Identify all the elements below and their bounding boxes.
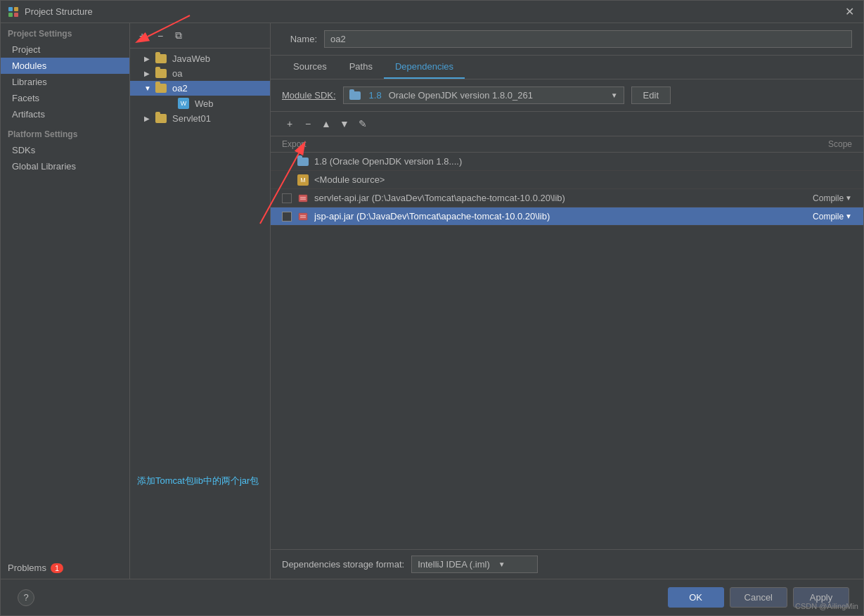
deps-add-button[interactable]: + xyxy=(282,116,297,131)
sdk-dropdown[interactable]: 1.8 Oracle OpenJDK version 1.8.0_261 ▼ xyxy=(343,86,624,104)
sdk-chevron-icon: ▼ xyxy=(611,91,618,99)
modules-tree: ▶ JavaWeb ▶ oa ▼ oa2 xyxy=(130,49,270,579)
deps-down-button[interactable]: ▼ xyxy=(337,116,352,131)
tree-toolbar: + − ⧉ xyxy=(130,23,270,49)
deps-row-servlet-api[interactable]: servlet-api.jar (D:\JavaDev\Tomcat\apach… xyxy=(271,189,863,207)
deps-scope-servlet: Compile ▼ xyxy=(813,193,852,203)
folder-icon-javaweb xyxy=(155,54,167,63)
svg-rect-0 xyxy=(8,7,13,11)
sdk-label[interactable]: Module SDK: xyxy=(282,90,336,101)
deps-header-scope: Scope xyxy=(782,139,852,149)
tree-item-oa[interactable]: ▶ oa xyxy=(130,66,270,81)
tree-label-oa2: oa2 xyxy=(172,83,188,94)
sidebar-item-artifacts[interactable]: Artifacts xyxy=(1,106,129,122)
deps-checkbox-jsp[interactable] xyxy=(282,212,292,222)
tree-item-javaweb[interactable]: ▶ JavaWeb xyxy=(130,51,270,66)
deps-icon-jsp-api xyxy=(297,211,309,222)
svg-rect-8 xyxy=(300,215,306,217)
jar-icon-jsp xyxy=(297,211,309,222)
deps-name-jdk: 1.8 (Oracle OpenJDK version 1.8....) xyxy=(314,156,852,167)
deps-icon-jdk xyxy=(297,158,309,166)
tab-paths[interactable]: Paths xyxy=(338,56,384,79)
ok-button[interactable]: OK xyxy=(668,587,724,608)
dialog-content: Project Settings Project Modules Librari… xyxy=(1,23,863,579)
sidebar: Project Settings Project Modules Librari… xyxy=(1,23,130,579)
web-icon: W xyxy=(178,98,189,109)
help-button[interactable]: ? xyxy=(18,589,34,606)
close-button[interactable]: ✕ xyxy=(842,5,856,19)
jar-icon-servlet xyxy=(297,193,309,204)
tree-arrow-oa: ▶ xyxy=(144,70,153,77)
svg-rect-6 xyxy=(300,198,306,200)
svg-rect-2 xyxy=(8,13,13,17)
deps-header-export: Export xyxy=(282,139,338,149)
deps-row-module-source[interactable]: M <Module source> xyxy=(271,171,863,189)
storage-format-dropdown[interactable]: IntelliJ IDEA (.iml) ▼ xyxy=(411,556,538,573)
help-btn-container: ? xyxy=(15,589,34,606)
storage-format-value: IntelliJ IDEA (.iml) xyxy=(418,559,490,570)
storage-format-chevron: ▼ xyxy=(498,560,505,568)
tree-remove-button[interactable]: − xyxy=(153,28,168,44)
sdk-row: Module SDK: 1.8 Oracle OpenJDK version 1… xyxy=(271,79,863,112)
tree-arrow-javaweb: ▶ xyxy=(144,55,153,63)
sdk-name: Oracle OpenJDK version 1.8.0_261 xyxy=(389,90,533,101)
main-panel: Name: Sources Paths Dependencies Module … xyxy=(271,23,863,579)
sdk-edit-button[interactable]: Edit xyxy=(631,86,671,104)
svg-rect-9 xyxy=(300,217,306,218)
dialog-title: Project Structure xyxy=(25,6,842,17)
tree-item-servlet01[interactable]: ▶ Servlet01 xyxy=(130,111,270,126)
deps-up-button[interactable]: ▲ xyxy=(318,116,334,131)
tree-copy-button[interactable]: ⧉ xyxy=(171,28,186,44)
module-source-icon: M xyxy=(297,174,309,186)
sidebar-item-project[interactable]: Project xyxy=(1,41,129,58)
sdk-folder-icon xyxy=(349,91,361,100)
scope-chevron-servlet[interactable]: ▼ xyxy=(845,194,852,202)
deps-checkbox-servlet[interactable] xyxy=(282,193,292,203)
sidebar-item-facets[interactable]: Facets xyxy=(1,90,129,106)
sidebar-item-global-libraries[interactable]: Global Libraries xyxy=(1,158,129,174)
app-icon xyxy=(8,6,19,18)
deps-edit-button[interactable]: ✎ xyxy=(355,116,370,131)
name-row: Name: xyxy=(271,23,863,56)
cancel-button[interactable]: Cancel xyxy=(730,587,787,608)
deps-remove-button[interactable]: − xyxy=(300,116,316,131)
tree-add-button[interactable]: + xyxy=(134,28,150,44)
deps-header: Export Scope xyxy=(271,136,863,153)
platform-settings-header: Platform Settings xyxy=(1,122,129,142)
tree-arrow-servlet01: ▶ xyxy=(144,115,153,122)
sidebar-item-libraries[interactable]: Libraries xyxy=(1,74,129,90)
storage-format-bar: Dependencies storage format: IntelliJ ID… xyxy=(271,549,863,579)
deps-row-jsp-api[interactable]: jsp-api.jar (D:\JavaDev\Tomcat\apache-to… xyxy=(271,207,863,226)
name-input[interactable] xyxy=(324,30,852,48)
folder-icon-oa xyxy=(155,69,167,78)
dialog-footer: ? OK Cancel Apply xyxy=(1,579,863,615)
tab-dependencies[interactable]: Dependencies xyxy=(384,56,465,79)
name-label: Name: xyxy=(282,34,317,44)
apply-button[interactable]: Apply xyxy=(793,587,849,608)
deps-row-jdk[interactable]: 1.8 (Oracle OpenJDK version 1.8....) xyxy=(271,153,863,171)
deps-name-jsp-api: jsp-api.jar (D:\JavaDev\Tomcat\apache-to… xyxy=(314,211,807,222)
tree-item-web[interactable]: W Web xyxy=(130,96,270,111)
deps-checkbox-jdk[interactable] xyxy=(282,157,292,167)
tree-label-oa: oa xyxy=(172,68,182,79)
deps-checkbox-module[interactable] xyxy=(282,175,292,185)
deps-header-name xyxy=(338,139,782,149)
svg-rect-7 xyxy=(299,213,307,220)
sidebar-item-modules[interactable]: Modules xyxy=(1,58,129,74)
tab-sources[interactable]: Sources xyxy=(282,56,338,79)
deps-name-servlet-api: servlet-api.jar (D:\JavaDev\Tomcat\apach… xyxy=(314,193,807,203)
scope-chevron-jsp[interactable]: ▼ xyxy=(845,212,852,220)
tree-label-javaweb: JavaWeb xyxy=(172,53,210,64)
deps-icon-servlet-api xyxy=(297,193,309,204)
sidebar-item-problems[interactable]: Problems 1 xyxy=(1,557,129,579)
tree-item-oa2[interactable]: ▼ oa2 xyxy=(130,81,270,96)
jdk-folder-icon xyxy=(297,158,309,166)
svg-rect-5 xyxy=(300,197,306,198)
deps-name-module-source: <Module source> xyxy=(314,174,852,185)
project-structure-dialog: Project Structure ✕ Project Settings Pro… xyxy=(0,0,864,616)
svg-rect-1 xyxy=(14,7,18,11)
svg-rect-3 xyxy=(14,13,18,17)
sidebar-item-sdks[interactable]: SDKs xyxy=(1,142,129,158)
tree-arrow-oa2: ▼ xyxy=(144,84,153,92)
deps-toolbar: + − ▲ ▼ ✎ xyxy=(271,112,863,136)
